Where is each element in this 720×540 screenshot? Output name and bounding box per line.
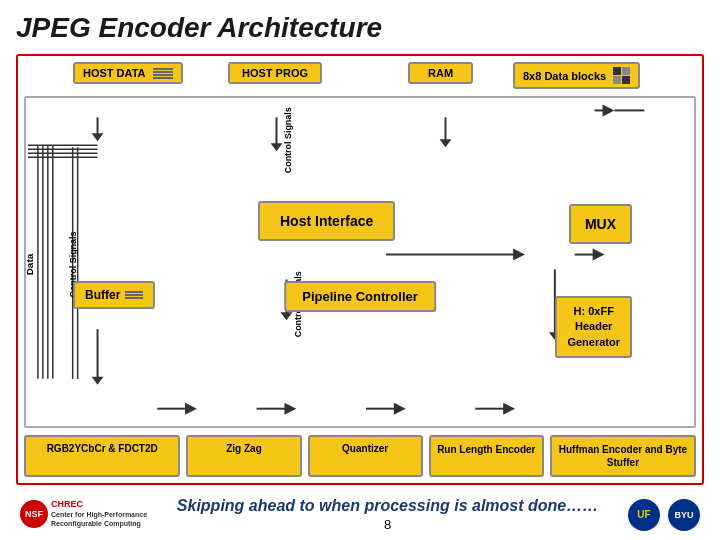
host-data-label: HOST DATA <box>73 62 183 84</box>
quantizer-box: Quantizer <box>308 435 423 477</box>
uf-logo: UF <box>628 499 660 531</box>
page-number: 8 <box>147 517 628 532</box>
skip-text: Skipping ahead to when processing is alm… <box>147 497 628 515</box>
slide-title: JPEG Encoder Architecture <box>16 12 704 44</box>
host-interface-box: Host Interface <box>258 201 395 241</box>
chrec-logo: NSF CHRECCenter for High-PerformanceReco… <box>20 500 147 530</box>
zigzag-box: Zig Zag <box>186 435 301 477</box>
data-blocks-label: 8x8 Data blocks <box>513 62 640 89</box>
byu-logo: BYU <box>668 499 700 531</box>
run-length-box: Run Length Encoder <box>429 435 544 477</box>
buffer-box: Buffer <box>73 281 155 309</box>
process-boxes-row: RGB2YCbCr & FDCT2D Zig Zag Quantizer Run… <box>24 435 696 477</box>
diagram-area: Control Signals Data Control Signals <box>16 54 704 485</box>
arch-bounding-box <box>24 96 696 428</box>
footer: NSF CHRECCenter for High-PerformanceReco… <box>16 497 704 532</box>
host-prog-label: HOST PROG <box>228 62 322 84</box>
huffman-box: Huffman Encoder and Byte Stuffer <box>550 435 696 477</box>
rgb-box: RGB2YCbCr & FDCT2D <box>24 435 180 477</box>
pipeline-controller-box: Pipeline Controller <box>284 281 436 312</box>
header-generator-box: H: 0xFF Header Generator <box>555 296 632 358</box>
mux-box: MUX <box>569 204 632 244</box>
ram-label: RAM <box>408 62 473 84</box>
